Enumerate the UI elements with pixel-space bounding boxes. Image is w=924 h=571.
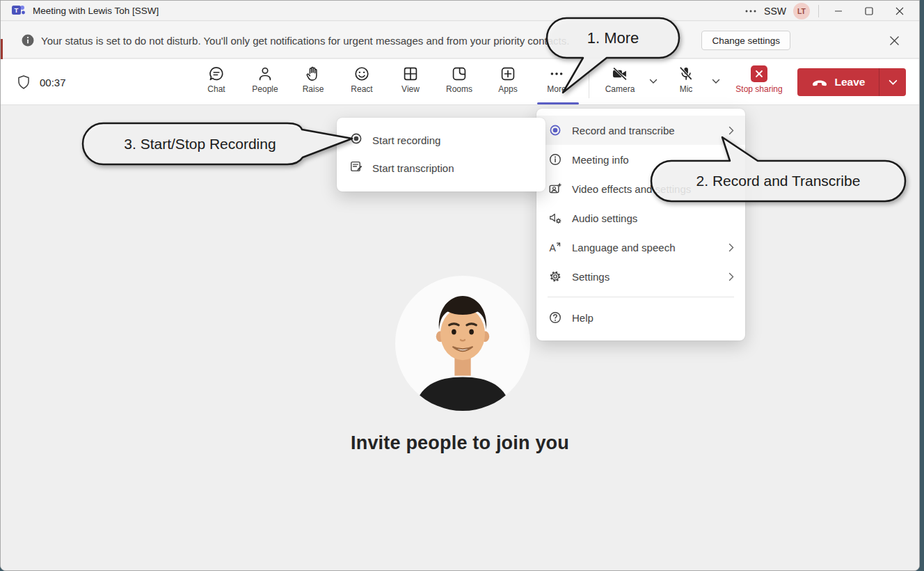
maximize-button[interactable] <box>854 1 884 21</box>
gear-icon <box>548 269 563 283</box>
record-icon <box>548 123 563 137</box>
menu-item-language-and-speech[interactable]: A Language and speech <box>536 233 745 262</box>
minimize-button[interactable] <box>823 1 854 21</box>
menu-item-help[interactable]: Help <box>536 303 745 332</box>
language-icon: A <box>548 240 563 254</box>
video-effects-icon <box>548 182 563 196</box>
stop-sharing-icon <box>751 65 767 82</box>
meeting-toolbar: 00:37 Chat People Raise <box>1 59 919 105</box>
view-button[interactable]: View <box>391 63 430 103</box>
apps-button[interactable]: Apps <box>488 63 527 103</box>
titlebar-divider <box>818 5 819 17</box>
callout-step2: 2. Record and Transcribe <box>641 133 916 210</box>
info-icon <box>22 34 34 47</box>
participant-avatar <box>395 276 530 411</box>
chat-button[interactable]: Chat <box>197 63 236 103</box>
smiley-icon <box>353 63 370 82</box>
rooms-button[interactable]: Rooms <box>440 63 479 103</box>
svg-text:A: A <box>550 242 557 253</box>
titlebar-more-icon[interactable] <box>739 9 763 13</box>
svg-text:T: T <box>15 6 19 14</box>
submenu-item-start-transcription[interactable]: Start transcription <box>337 154 545 182</box>
people-button[interactable]: People <box>246 63 285 103</box>
desktop-background-strip <box>920 0 924 571</box>
close-button[interactable] <box>884 1 915 21</box>
raise-hand-button[interactable]: Raise <box>294 63 333 103</box>
title-bar: T Meeting with Lewis Toh [SSW] SSW LT <box>1 1 919 21</box>
mic-options-chevron-icon[interactable] <box>709 75 723 88</box>
user-avatar-badge[interactable]: LT <box>793 3 810 19</box>
callout-step3: 3. Start/Stop Recording <box>77 118 363 177</box>
meeting-info-icon <box>548 152 563 166</box>
meeting-timer: 00:37 <box>40 77 66 88</box>
more-active-underline <box>537 102 579 104</box>
chevron-right-icon <box>728 272 734 281</box>
callout-step2-label: 2. Record and Transcribe <box>651 161 905 201</box>
submenu-item-start-recording[interactable]: Start recording <box>337 126 545 154</box>
change-settings-button[interactable]: Change settings <box>701 31 790 50</box>
hang-up-phone-icon <box>811 78 828 86</box>
people-icon <box>257 63 273 82</box>
react-button[interactable]: React <box>342 63 381 103</box>
help-icon <box>548 311 563 324</box>
callout-step3-label: 3. Start/Stop Recording <box>83 123 317 164</box>
teams-logo-icon: T <box>12 4 26 17</box>
leave-button[interactable]: Leave <box>797 68 906 96</box>
stop-sharing-button[interactable]: Stop sharing <box>733 63 786 103</box>
menu-divider <box>548 297 734 297</box>
apps-plus-icon <box>500 63 516 82</box>
teams-meeting-window: T Meeting with Lewis Toh [SSW] SSW LT <box>0 0 920 571</box>
record-submenu: Start recording Start transcription <box>337 118 545 191</box>
invite-message: Invite people to join you <box>1 432 919 454</box>
shield-icon <box>16 74 31 91</box>
rooms-icon <box>451 63 468 82</box>
callout-step1: 1. More <box>540 13 686 100</box>
raised-hand-icon <box>305 63 321 82</box>
dnd-notification-banner: Your status is set to do not disturb. Yo… <box>1 22 919 58</box>
grid-view-icon <box>402 63 419 82</box>
chevron-right-icon <box>728 243 734 252</box>
callout-step1-label: 1. More <box>547 18 679 58</box>
window-title: Meeting with Lewis Toh [SSW] <box>33 6 159 16</box>
org-label: SSW <box>764 6 786 17</box>
notification-close-icon[interactable] <box>886 32 902 49</box>
audio-settings-icon <box>548 211 563 225</box>
notification-text: Your status is set to do not disturb. Yo… <box>41 35 569 47</box>
leave-options-chevron-icon[interactable] <box>879 79 906 86</box>
chat-icon <box>208 63 225 82</box>
menu-item-settings[interactable]: Settings <box>536 262 745 291</box>
